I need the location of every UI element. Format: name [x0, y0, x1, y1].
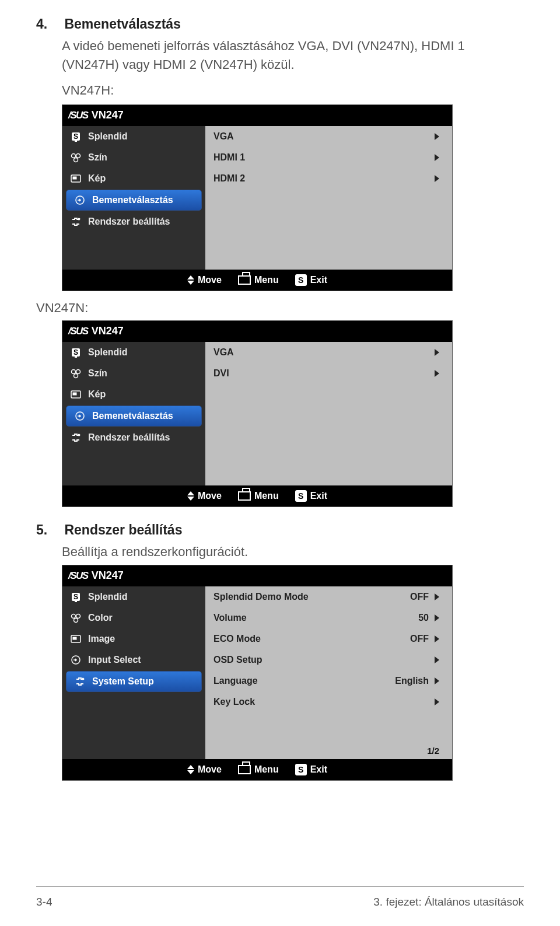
osd-menu-item[interactable]: Bemenetválasztás	[66, 190, 202, 211]
option-value: OFF	[410, 592, 429, 602]
section-body: A videó bemeneti jelforrás választásához…	[62, 37, 524, 100]
menu-item-icon	[68, 173, 83, 184]
osd-option-item[interactable]: ECO ModeOFF	[205, 628, 452, 649]
menu-item-icon	[72, 194, 88, 206]
asus-logo: /SUS	[68, 570, 88, 582]
svg-rect-25	[73, 637, 77, 640]
osd-menu-item[interactable]: SSplendid	[62, 586, 205, 607]
menu-item-icon: S	[68, 347, 83, 358]
svg-rect-16	[73, 392, 77, 395]
svg-rect-2	[75, 141, 77, 142]
s-icon: S	[295, 490, 307, 502]
osd-menu-item[interactable]: System Setup	[66, 671, 202, 692]
menu-item-label: Rendszer beállítás	[88, 432, 170, 443]
menu-item-icon	[72, 676, 88, 687]
model-label-h: VN247H:	[62, 81, 524, 100]
menu-hint: Menu	[238, 764, 279, 775]
asus-logo: /SUS	[68, 110, 88, 121]
chevron-right-icon	[435, 349, 439, 356]
exit-hint: SExit	[295, 764, 327, 775]
menu-item-label: Splendid	[88, 347, 128, 358]
option-value: English	[395, 676, 429, 686]
chapter-label: 3. fejezet: Általános utasítások	[373, 896, 524, 908]
osd-menu-item[interactable]: Kép	[62, 168, 205, 189]
osd-panel-system: /SUS VN247 SSplendidColorImageInput Sele…	[62, 565, 453, 781]
page-footer: 3-4 3. fejezet: Általános utasítások	[36, 896, 524, 908]
option-value: 50	[418, 613, 429, 623]
move-hint: Move	[187, 764, 222, 775]
menu-item-label: Szín	[88, 152, 107, 163]
option-label: ECO Mode	[214, 634, 261, 644]
osd-footer: Move Menu SExit	[62, 270, 452, 291]
osd-option-item[interactable]: VGA	[205, 126, 452, 147]
osd-menu-item[interactable]: Input Select	[62, 649, 205, 670]
menu-item-label: Kép	[88, 173, 106, 184]
option-label: Splendid Demo Mode	[214, 592, 309, 602]
osd-option-item[interactable]: LanguageEnglish	[205, 670, 452, 691]
svg-point-23	[74, 618, 78, 622]
chevron-right-icon	[435, 635, 439, 642]
menu-item-icon: S	[68, 591, 83, 603]
chevron-right-icon	[435, 656, 439, 663]
menu-item-label: Bemenetválasztás	[92, 411, 173, 421]
svg-point-22	[76, 614, 80, 618]
menu-item-icon	[68, 612, 83, 624]
section-number: 4.	[36, 16, 62, 32]
section-title: Rendszer beállítás	[64, 522, 182, 538]
osd-menu-item[interactable]: SSplendid	[62, 342, 205, 363]
osd-menu-item[interactable]: SSplendid	[62, 126, 205, 147]
osd-menu-item[interactable]: Szín	[62, 363, 205, 384]
osd-option-item[interactable]: Key Lock	[205, 691, 452, 712]
osd-menu-item[interactable]: Color	[62, 607, 205, 628]
menu-item-label: Szín	[88, 368, 107, 379]
menu-item-icon	[68, 389, 83, 400]
osd-option-item[interactable]: DVI	[205, 363, 452, 384]
osd-option-item[interactable]: OSD Setup	[205, 649, 452, 670]
svg-point-4	[76, 153, 80, 158]
osd-menu-item[interactable]: Rendszer beállítás	[62, 211, 205, 232]
osd-option-item[interactable]: HDMI 2	[205, 168, 452, 189]
chevron-right-icon	[435, 175, 439, 182]
osd-menu-item[interactable]: Rendszer beállítás	[62, 427, 205, 448]
chevron-right-icon	[435, 593, 439, 600]
osd-option-item[interactable]: HDMI 1	[205, 147, 452, 168]
osd-model: VN247	[92, 109, 124, 121]
osd-model: VN247	[92, 569, 124, 582]
osd-menu-item[interactable]: Szín	[62, 147, 205, 168]
option-label: OSD Setup	[214, 655, 262, 665]
chevron-right-icon	[435, 614, 439, 621]
osd-panel-vn247n: /SUS VN247 SSplendidSzínKépBemenetválasz…	[62, 320, 453, 507]
svg-point-21	[72, 614, 76, 618]
osd-footer: Move Menu SExit	[62, 485, 452, 506]
svg-rect-11	[75, 357, 77, 358]
exit-hint: SExit	[295, 274, 327, 286]
osd-option-item[interactable]: VGA	[205, 342, 452, 363]
menu-hint: Menu	[238, 275, 279, 285]
osd-option-item[interactable]: Splendid Demo ModeOFF	[205, 586, 452, 607]
move-hint: Move	[187, 275, 222, 285]
section-number: 5.	[36, 522, 62, 538]
menu-item-label: System Setup	[92, 676, 154, 687]
osd-panel-vn247h: /SUS VN247 SSplendidSzínKépBemenetválasz…	[62, 104, 453, 291]
osd-model: VN247	[92, 325, 124, 337]
osd-option-item[interactable]: Volume50	[205, 607, 452, 628]
osd-menu-item[interactable]: Bemenetválasztás	[66, 406, 202, 427]
menu-item-icon	[68, 152, 83, 163]
osd-menu-item[interactable]: Image	[62, 628, 205, 649]
option-label: VGA	[214, 131, 234, 142]
menu-item-icon	[68, 654, 83, 666]
menu-item-label: Splendid	[88, 592, 128, 602]
menu-item-label: Image	[88, 634, 115, 644]
menu-hint: Menu	[238, 491, 279, 501]
osd-header: /SUS VN247	[62, 105, 452, 126]
menu-item-icon	[72, 410, 88, 422]
svg-point-3	[72, 153, 76, 158]
chevron-right-icon	[435, 370, 439, 377]
menu-item-icon	[68, 216, 83, 228]
menu-icon	[238, 275, 251, 285]
menu-item-icon	[68, 368, 83, 379]
menu-item-label: Kép	[88, 389, 106, 400]
osd-menu-item[interactable]: Kép	[62, 384, 205, 405]
osd-footer: Move Menu SExit	[62, 759, 452, 780]
menu-item-label: Rendszer beállítás	[88, 216, 170, 227]
